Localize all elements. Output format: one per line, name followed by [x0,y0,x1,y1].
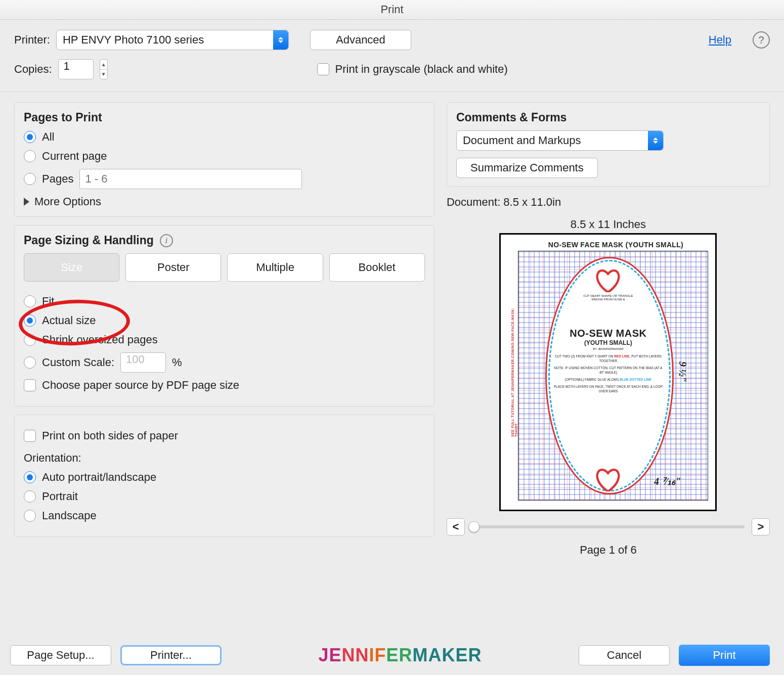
orientation-panel: Print on both sides of paper Orientation… [14,415,434,537]
sizing-tabs: Size Poster Multiple Booklet [24,253,425,282]
dialog-footer: Page Setup... Printer... JENNIFERMAKER C… [0,636,784,675]
doc-dims: Document: 8.5 x 11.0in [447,196,770,209]
slider-thumb[interactable] [468,521,480,532]
radio-all[interactable] [24,131,36,143]
printer-value: HP ENVY Photo 7100 series [63,33,204,47]
heart-icon [594,466,622,491]
duplex-checkbox[interactable] [24,430,36,442]
height-measure: 9 ½" [677,362,688,382]
custom-scale-unit: % [172,356,182,369]
watermark: JENNIFERMAKER [231,645,570,666]
paper-source-label: Choose paper source by PDF page size [42,379,239,392]
radio-pages-label: Pages [42,172,73,186]
top-bar: Printer: HP ENVY Photo 7100 series Advan… [0,20,784,92]
printer-setup-button[interactable]: Printer... [120,645,222,665]
comments-title: Comments & Forms [456,111,760,124]
cancel-button[interactable]: Cancel [579,645,670,665]
radio-shrink-label: Shrink oversized pages [42,333,158,346]
radio-auto-orient-label: Auto portrait/landscape [42,471,156,484]
radio-custom-label: Custom Scale: [42,356,114,369]
preview-area: Document: 8.5 x 11.0in 8.5 x 11 Inches N… [447,196,770,557]
page-setup-button[interactable]: Page Setup... [10,645,111,665]
tab-booklet[interactable]: Booklet [329,253,425,282]
radio-current[interactable] [24,150,36,162]
custom-scale-input[interactable]: 100 [120,352,166,373]
printer-label: Printer: [14,33,50,47]
tab-poster[interactable]: Poster [125,253,221,282]
radio-custom[interactable] [24,356,36,369]
copies-stepper[interactable]: ▲▼ [100,59,108,79]
radio-portrait-label: Portrait [42,490,78,503]
preview-doc-title: NO-SEW FACE MASK (YOUTH SMALL) [523,241,708,249]
radio-portrait[interactable] [24,490,36,503]
comments-panel: Comments & Forms Document and Markups Su… [447,102,770,187]
comments-select[interactable]: Document and Markups [456,130,664,151]
page-indicator: Page 1 of 6 [447,544,770,557]
stepper-down-icon[interactable]: ▼ [100,70,107,79]
radio-auto-orient[interactable] [24,471,36,483]
width-measure: 4 ⁷⁄₁₆" [654,475,681,487]
preview-page: NO-SEW FACE MASK (YOUTH SMALL) CUT HEART… [499,233,717,511]
duplex-label: Print on both sides of paper [42,429,178,442]
copies-label: Copies: [14,63,52,76]
printer-select[interactable]: HP ENVY Photo 7100 series [56,30,289,50]
advanced-button[interactable]: Advanced [310,30,411,50]
print-button[interactable]: Print [679,645,770,666]
next-page-button[interactable]: > [752,518,770,535]
window-title: Print [0,0,784,20]
radio-fit-label: Fit [42,295,54,308]
pages-title: Pages to Print [24,111,425,124]
preview-nav: < > [447,518,770,535]
heart-icon [594,267,622,292]
pages-range-input[interactable] [79,169,302,189]
help-link[interactable]: Help [709,33,731,47]
select-caret-icon [273,30,288,50]
more-options-toggle[interactable]: More Options [24,195,425,208]
mask-text-block: NO-SEW MASK (YOUTH SMALL) BY JENNIFERMAK… [552,328,664,393]
radio-fit[interactable] [24,295,36,307]
radio-actual-label: Actual size [42,314,96,327]
radio-pages[interactable] [24,173,36,185]
prev-page-button[interactable]: < [447,518,465,535]
zoom-slider[interactable] [472,525,745,528]
radio-landscape[interactable] [24,510,36,522]
radio-current-label: Current page [42,150,107,163]
comments-select-value: Document and Markups [463,134,581,147]
more-options-label: More Options [34,195,101,208]
stepper-up-icon[interactable]: ▲ [100,60,107,70]
orientation-label: Orientation: [24,452,425,465]
disclosure-triangle-icon [24,198,29,206]
help-icon[interactable]: ? [753,31,770,49]
copies-input[interactable]: 1 [58,59,94,79]
radio-actual[interactable] [24,314,36,327]
radio-all-label: All [42,130,54,144]
pages-to-print-panel: Pages to Print All Current page Pages Mo… [14,102,434,217]
grayscale-checkbox[interactable] [317,63,329,75]
sizing-panel: Page Sizing & Handling i Size Poster Mul… [14,225,434,407]
grayscale-label: Print in grayscale (black and white) [335,63,508,76]
radio-shrink[interactable] [24,334,36,346]
page-dims: 8.5 x 11 Inches [447,218,770,231]
side-url: SEE FULL TUTORIAL AT JENNIFERMAKER.COM/N… [511,305,518,437]
heart-note: CUT HEART SHAPE OR TRIANGLE WEDGE FROM N… [580,294,636,301]
select-caret-icon [648,131,663,150]
info-icon[interactable]: i [160,234,173,247]
summarize-button[interactable]: Summarize Comments [456,158,598,178]
tab-size[interactable]: Size [24,253,119,282]
tab-multiple[interactable]: Multiple [227,253,323,282]
radio-landscape-label: Landscape [42,509,97,522]
paper-source-checkbox[interactable] [24,379,36,391]
sizing-title: Page Sizing & Handling [24,234,154,247]
